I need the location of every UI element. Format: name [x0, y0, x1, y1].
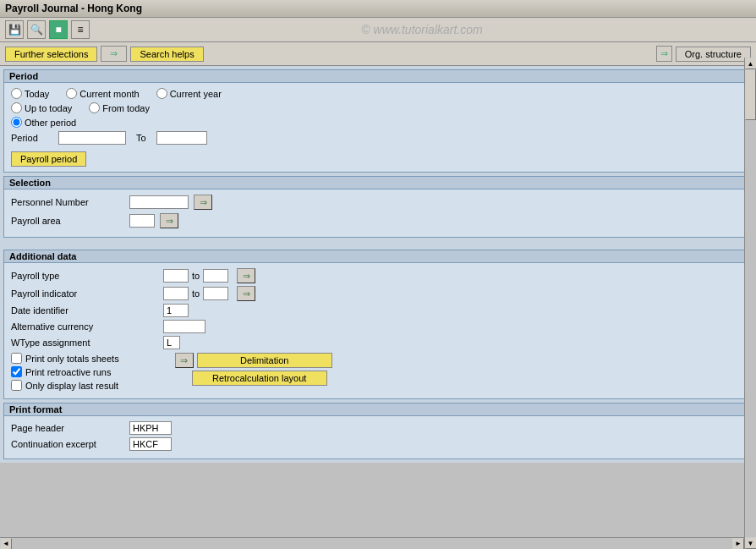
- date-identifier-label: Date identifier: [11, 305, 163, 316]
- search-helps-label: Search helps: [140, 49, 194, 59]
- personnel-number-label: Personnel Number: [11, 197, 129, 207]
- payroll-indicator-to-label: to: [192, 288, 200, 299]
- other-period-radio[interactable]: [11, 117, 22, 128]
- other-period-radio-item: Other period: [11, 117, 76, 128]
- scroll-thumb[interactable]: [745, 69, 756, 120]
- date-identifier-input[interactable]: [163, 304, 189, 317]
- payroll-indicator-search-button[interactable]: ⇒: [237, 286, 255, 301]
- print-retroactive-checkbox[interactable]: [11, 366, 22, 377]
- selection-body: Personnel Number ⇒ Payroll area ⇒: [4, 189, 752, 237]
- info-icon[interactable]: ■: [49, 20, 68, 39]
- further-selections-tab[interactable]: Further selections: [5, 47, 97, 62]
- print-format-body: Page header Continuation excerpt: [4, 416, 752, 458]
- print-retroactive-row: Print retroactive runs: [11, 366, 119, 377]
- scroll-left-button[interactable]: ◄: [0, 538, 12, 550]
- delimitation-button[interactable]: Delimitation: [197, 353, 332, 368]
- vertical-scrollbar[interactable]: ▲ ▼: [744, 58, 756, 549]
- only-display-last-label: Only display last result: [25, 381, 118, 391]
- alternative-currency-input[interactable]: [163, 320, 205, 333]
- period-from-input[interactable]: [58, 131, 126, 145]
- date-identifier-row: Date identifier: [11, 304, 745, 317]
- additional-buttons-col: ⇒ Delimitation Retrocalculation layout: [170, 353, 332, 386]
- find-icon[interactable]: 🔍: [27, 20, 46, 39]
- continuation-excerpt-row: Continuation excerpt: [11, 437, 745, 451]
- page-header-row: Page header: [11, 421, 745, 435]
- selection-header: Selection: [4, 177, 752, 189]
- alternative-currency-row: Alternative currency: [11, 320, 745, 333]
- payroll-type-to-input[interactable]: [203, 269, 228, 283]
- print-only-totals-checkbox[interactable]: [11, 353, 22, 364]
- print-retroactive-label: Print retroactive runs: [25, 367, 111, 377]
- personnel-number-input[interactable]: [129, 195, 189, 209]
- horizontal-scrollbar[interactable]: ◄ ►: [0, 537, 744, 549]
- payroll-indicator-row: Payroll indicator to ⇒: [11, 286, 745, 301]
- today-label: Today: [25, 89, 49, 99]
- payroll-type-input[interactable]: [163, 269, 189, 283]
- print-only-totals-label: Print only totals sheets: [25, 354, 119, 364]
- period-to-input[interactable]: [156, 131, 207, 145]
- current-year-radio-item: Current year: [156, 88, 222, 99]
- page-header-label: Page header: [11, 423, 129, 433]
- from-today-radio[interactable]: [89, 102, 100, 113]
- up-to-today-radio[interactable]: [11, 102, 22, 113]
- other-period-label: Other period: [25, 118, 76, 128]
- payroll-type-row: Payroll type to ⇒: [11, 268, 745, 283]
- period-to-label: To: [136, 133, 146, 143]
- only-display-last-row: Only display last result: [11, 380, 119, 391]
- main-content: Period Today Current month Current year: [0, 66, 756, 463]
- app-title: Payroll Journal - Hong Kong: [5, 3, 142, 14]
- wtype-assignment-input[interactable]: [163, 336, 180, 349]
- tabs-bar: Further selections ⇒ Search helps ⇒ Org.…: [0, 42, 756, 66]
- continuation-excerpt-input[interactable]: [129, 437, 172, 451]
- org-structure-tab[interactable]: Org. structure: [676, 47, 751, 62]
- page-header-input[interactable]: [129, 421, 172, 435]
- arrow2-icon: ⇒: [656, 46, 672, 62]
- payroll-indicator-input[interactable]: [163, 287, 189, 300]
- period-section: Period Today Current month Current year: [3, 69, 753, 173]
- title-bar: Payroll Journal - Hong Kong: [0, 0, 756, 18]
- delimitation-arrow-button[interactable]: ⇒: [175, 353, 194, 368]
- payroll-area-search-button[interactable]: ⇒: [160, 213, 178, 228]
- payroll-indicator-to-input[interactable]: [203, 287, 228, 300]
- additional-data-section: Additional data Payroll type to ⇒ Payrol…: [3, 250, 753, 399]
- arrow1-icon: ⇒: [101, 46, 127, 62]
- selection-section: Selection Personnel Number ⇒ Payroll are…: [3, 176, 753, 238]
- period-field-label: Period: [11, 133, 53, 143]
- org-structure-label: Org. structure: [685, 49, 742, 59]
- alternative-currency-label: Alternative currency: [11, 321, 163, 332]
- payroll-area-label: Payroll area: [11, 216, 129, 226]
- up-to-today-label: Up to today: [25, 103, 72, 113]
- current-year-radio[interactable]: [156, 88, 167, 99]
- additional-data-body: Payroll type to ⇒ Payroll indicator to ⇒: [4, 263, 752, 398]
- scroll-right-button[interactable]: ►: [732, 538, 744, 550]
- only-display-last-checkbox[interactable]: [11, 380, 22, 391]
- settings-icon[interactable]: ≡: [71, 20, 90, 39]
- save-icon[interactable]: 💾: [5, 20, 24, 39]
- current-month-radio[interactable]: [66, 88, 77, 99]
- retrocalculation-button[interactable]: Retrocalculation layout: [192, 371, 327, 386]
- personnel-number-row: Personnel Number ⇒: [11, 195, 745, 210]
- toolbar: 💾 🔍 ■ ≡ © www.tutorialkart.com: [0, 18, 756, 42]
- wtype-assignment-label: WType assignment: [11, 338, 163, 348]
- period-header: Period: [4, 70, 752, 83]
- payroll-type-search-button[interactable]: ⇒: [237, 268, 255, 283]
- checkbox-buttons-container: Print only totals sheets Print retroacti…: [11, 353, 745, 393]
- scroll-up-button[interactable]: ▲: [745, 58, 757, 69]
- scroll-down-button[interactable]: ▼: [745, 537, 757, 549]
- personnel-number-search-button[interactable]: ⇒: [194, 195, 212, 210]
- print-only-totals-row: Print only totals sheets: [11, 353, 119, 364]
- from-today-label: From today: [102, 103, 150, 113]
- today-radio[interactable]: [11, 88, 22, 99]
- period-fields: Period To: [11, 131, 745, 145]
- payroll-indicator-label: Payroll indicator: [11, 288, 163, 299]
- up-to-today-radio-item: Up to today: [11, 102, 72, 113]
- today-radio-item: Today: [11, 88, 49, 99]
- further-selections-label: Further selections: [14, 49, 88, 59]
- checkboxes-col: Print only totals sheets Print retroacti…: [11, 353, 119, 393]
- payroll-area-input[interactable]: [129, 214, 155, 228]
- print-format-section: Print format Page header Continuation ex…: [3, 403, 753, 459]
- search-helps-tab[interactable]: Search helps: [130, 47, 203, 62]
- period-row-3: Other period: [11, 117, 745, 128]
- additional-data-header: Additional data: [4, 250, 752, 263]
- payroll-period-button[interactable]: Payroll period: [11, 151, 86, 167]
